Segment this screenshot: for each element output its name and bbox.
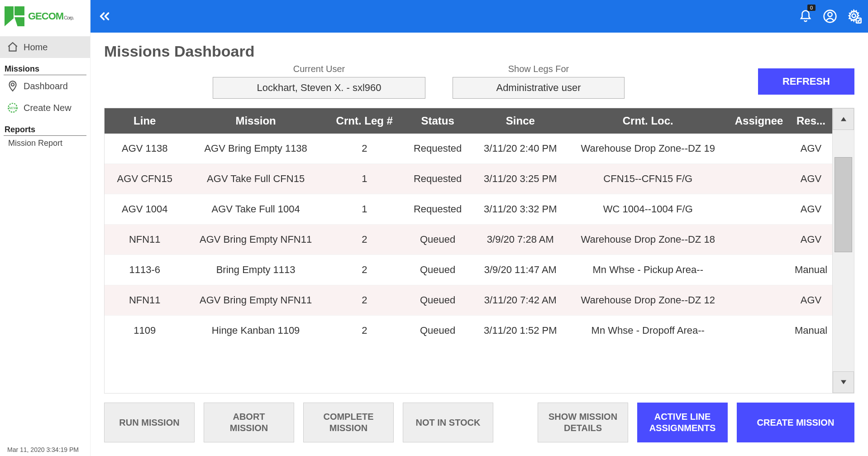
not-in-stock-button[interactable]: NOT IN STOCK xyxy=(403,403,493,442)
nav-mission-report-label: Mission Report xyxy=(8,139,62,148)
current-user-field[interactable]: Lockhart, Steven X. - sxl960 xyxy=(213,77,425,99)
col-line[interactable]: Line xyxy=(105,108,185,134)
logo-mark-icon xyxy=(5,6,24,26)
cell-status: Requested xyxy=(402,194,473,225)
scrollbar-track[interactable] xyxy=(833,130,854,371)
cell-mission: Hinge Kanban 1109 xyxy=(185,316,327,346)
col-status[interactable]: Status xyxy=(402,108,473,134)
user-button[interactable] xyxy=(823,9,837,24)
show-mission-details-button[interactable]: SHOW MISSION DETAILS xyxy=(538,403,628,442)
cell-assignee xyxy=(728,134,790,164)
svg-point-5 xyxy=(852,14,856,18)
sidebar: GECOMCorp. Home Missions Dashboard NEW xyxy=(0,0,91,456)
cell-since: 3/11/20 1:52 PM xyxy=(473,316,568,346)
cell-status: Requested xyxy=(402,164,473,194)
nav-dashboard[interactable]: Dashboard xyxy=(0,75,90,97)
cell-leg: 1 xyxy=(327,194,402,225)
cell-since: 3/11/20 2:40 PM xyxy=(473,134,568,164)
settings-button[interactable] xyxy=(847,9,862,24)
cell-loc: Warehouse Drop Zone--DZ 12 xyxy=(568,285,728,316)
col-res[interactable]: Res... xyxy=(790,108,832,134)
scrollbar-thumb[interactable] xyxy=(835,157,852,252)
cell-mission: AGV Bring Empty NFN11 xyxy=(185,225,327,255)
col-mission[interactable]: Mission xyxy=(185,108,327,134)
triangle-up-icon xyxy=(839,115,848,123)
new-badge-icon: NEW xyxy=(6,101,19,114)
cell-line: 1109 xyxy=(105,316,185,346)
nav-dashboard-label: Dashboard xyxy=(24,81,68,91)
current-user-label: Current User xyxy=(293,64,345,74)
nav-home[interactable]: Home xyxy=(0,36,90,58)
cell-res: Manual xyxy=(790,255,832,285)
nav-create-new[interactable]: NEW Create New xyxy=(0,97,90,119)
current-user-group: Current User Lockhart, Steven X. - sxl96… xyxy=(213,64,425,99)
table-row[interactable]: AGV 1004AGV Take Full 10041Requested3/11… xyxy=(105,194,832,225)
cell-status: Queued xyxy=(402,316,473,346)
cell-status: Queued xyxy=(402,285,473,316)
cell-mission: Bring Empty 1113 xyxy=(185,255,327,285)
cell-since: 3/11/20 7:42 AM xyxy=(473,285,568,316)
nav-mission-report[interactable]: Mission Report xyxy=(0,136,90,151)
active-line-assignments-button[interactable]: ACTIVE LINE ASSIGNMENTS xyxy=(637,403,728,442)
run-mission-button[interactable]: RUN MISSION xyxy=(104,403,195,442)
cell-res: Manual xyxy=(790,316,832,346)
table-row[interactable]: 1113-6Bring Empty 11132Queued3/9/20 11:4… xyxy=(105,255,832,285)
refresh-button[interactable]: REFRESH xyxy=(758,68,854,95)
table-row[interactable]: AGV 1138AGV Bring Empty 11382Requested3/… xyxy=(105,134,832,164)
nav: Home Missions Dashboard NEW Create New R… xyxy=(0,33,90,151)
cell-res: AGV xyxy=(790,285,832,316)
cell-assignee xyxy=(728,194,790,225)
page-title: Missions Dashboard xyxy=(104,43,854,60)
pin-icon xyxy=(6,80,19,92)
cell-assignee xyxy=(728,225,790,255)
col-crnt-loc[interactable]: Crnt. Loc. xyxy=(568,108,728,134)
notifications-button[interactable]: 0 xyxy=(798,9,813,24)
nav-home-label: Home xyxy=(24,42,48,53)
cell-status: Requested xyxy=(402,134,473,164)
notification-badge: 0 xyxy=(807,5,816,11)
cell-since: 3/11/20 3:32 PM xyxy=(473,194,568,225)
cell-leg: 2 xyxy=(327,134,402,164)
show-legs-field[interactable]: Administrative user xyxy=(453,77,625,99)
table-row[interactable]: NFN11AGV Bring Empty NFN112Queued3/9/20 … xyxy=(105,225,832,255)
table-row[interactable]: AGV CFN15AGV Take Full CFN151Requested3/… xyxy=(105,164,832,194)
show-legs-label: Show Legs For xyxy=(508,64,569,74)
cell-leg: 1 xyxy=(327,164,402,194)
filters: Current User Lockhart, Steven X. - sxl96… xyxy=(104,64,854,99)
table-row[interactable]: NFN11AGV Bring Empty NFN112Queued3/11/20… xyxy=(105,285,832,316)
cell-assignee xyxy=(728,316,790,346)
cell-since: 3/9/20 11:47 AM xyxy=(473,255,568,285)
triangle-down-icon xyxy=(839,378,848,386)
complete-mission-button[interactable]: COMPLETE MISSION xyxy=(303,403,394,442)
nav-section-missions: Missions xyxy=(4,62,86,75)
cell-loc: Warehouse Drop Zone--DZ 19 xyxy=(568,134,728,164)
cell-line: NFN11 xyxy=(105,225,185,255)
cell-since: 3/11/20 3:25 PM xyxy=(473,164,568,194)
scroll-up-button[interactable] xyxy=(833,108,854,130)
cell-loc: Warehouse Drop Zone--DZ 18 xyxy=(568,225,728,255)
logo-text: GECOMCorp. xyxy=(28,10,74,22)
content: Missions Dashboard Current User Lockhart… xyxy=(91,33,868,456)
cell-mission: AGV Bring Empty NFN11 xyxy=(185,285,327,316)
abort-mission-button[interactable]: ABORT MISSION xyxy=(204,403,294,442)
cell-status: Queued xyxy=(402,255,473,285)
col-crnt-leg[interactable]: Crnt. Leg # xyxy=(327,108,402,134)
cell-loc: Mn Whse - Dropoff Area-- xyxy=(568,316,728,346)
col-since[interactable]: Since xyxy=(473,108,568,134)
vertical-scrollbar[interactable] xyxy=(832,108,854,393)
scroll-down-button[interactable] xyxy=(833,371,854,393)
bell-icon xyxy=(799,10,812,23)
cell-leg: 2 xyxy=(327,255,402,285)
col-assignee[interactable]: Assignee xyxy=(728,108,790,134)
cell-assignee xyxy=(728,285,790,316)
cell-status: Queued xyxy=(402,225,473,255)
collapse-sidebar-button[interactable] xyxy=(93,9,116,24)
cell-leg: 2 xyxy=(327,285,402,316)
table-row[interactable]: 1109Hinge Kanban 11092Queued3/11/20 1:52… xyxy=(105,316,832,346)
cell-loc: Mn Whse - Pickup Area-- xyxy=(568,255,728,285)
cell-res: AGV xyxy=(790,194,832,225)
show-legs-group: Show Legs For Administrative user xyxy=(453,64,625,99)
svg-point-4 xyxy=(828,12,832,16)
user-icon xyxy=(823,9,837,24)
create-mission-button[interactable]: CREATE MISSION xyxy=(737,403,854,442)
